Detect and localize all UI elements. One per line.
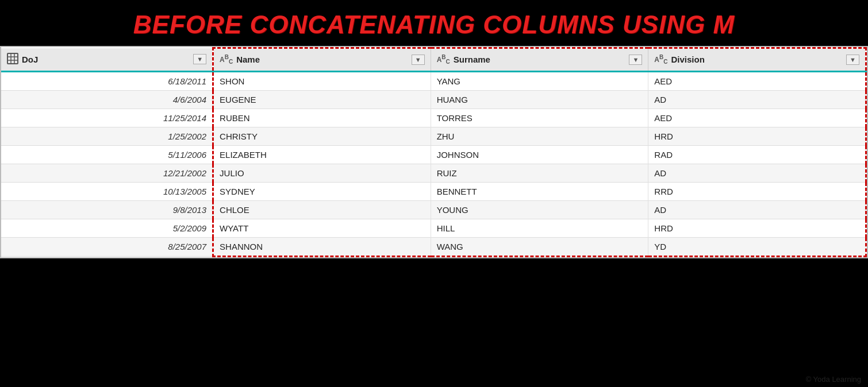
cell-name: CHRISTY [213, 127, 431, 145]
table-wrapper: DoJ ▼ ABC Name ▼ [0, 46, 868, 258]
col-doj-label: DoJ [22, 55, 38, 64]
cell-division: YD [648, 237, 866, 256]
table-row: 4/6/2004EUGENEHUANGAD [1, 90, 866, 109]
table-row: 8/25/2007SHANNONWANGYD [1, 237, 866, 256]
title: BEFORE CONCATENATING COLUMNS USING M [0, 0, 868, 46]
cell-doj: 11/25/2014 [1, 109, 213, 127]
cell-division: AD [648, 164, 866, 182]
cell-name: SHON [213, 71, 431, 90]
copyright: © Yoda Learning [806, 375, 861, 384]
table-row: 5/11/2006ELIZABETHJOHNSONRAD [1, 145, 866, 164]
cell-name: CHLOE [213, 200, 431, 219]
cell-surname: BENNETT [431, 182, 648, 200]
cell-surname: HUANG [431, 90, 648, 109]
cell-surname: TORRES [431, 109, 648, 127]
cell-name: SHANNON [213, 237, 431, 256]
cell-doj: 5/11/2006 [1, 145, 213, 164]
cell-division: RRD [648, 182, 866, 200]
cell-surname: YANG [431, 71, 648, 90]
col-name: ABC Name ▼ [213, 48, 431, 72]
table-row: 5/2/2009WYATTHILLHRD [1, 219, 866, 237]
cell-division: AD [648, 200, 866, 219]
table-row: 6/18/2011SHONYANGAED [1, 71, 866, 90]
col-division-dropdown[interactable]: ▼ [846, 55, 859, 65]
table-row: 9/8/2013CHLOEYOUNGAD [1, 200, 866, 219]
svg-rect-0 [7, 53, 18, 64]
cell-surname: WANG [431, 237, 648, 256]
abc-division-icon: ABC [654, 54, 667, 65]
abc-name-icon: ABC [220, 54, 233, 65]
table-grid-icon [7, 53, 18, 66]
table-row: 11/25/2014RUBENTORRESAED [1, 109, 866, 127]
col-doj: DoJ ▼ [1, 48, 213, 72]
cell-division: HRD [648, 219, 866, 237]
cell-name: SYDNEY [213, 182, 431, 200]
cell-doj: 4/6/2004 [1, 90, 213, 109]
col-doj-dropdown[interactable]: ▼ [193, 54, 206, 64]
table-row: 12/21/2002JULIORUIZAD [1, 164, 866, 182]
cell-doj: 6/18/2011 [1, 71, 213, 90]
cell-division: RAD [648, 145, 866, 164]
cell-name: WYATT [213, 219, 431, 237]
col-division-label: Division [671, 55, 704, 64]
table-row: 1/25/2002CHRISTYZHUHRD [1, 127, 866, 145]
cell-surname: HILL [431, 219, 648, 237]
data-table: DoJ ▼ ABC Name ▼ [1, 47, 867, 257]
cell-name: EUGENE [213, 90, 431, 109]
col-name-dropdown[interactable]: ▼ [412, 55, 425, 65]
col-name-label: Name [236, 55, 260, 64]
table-row: 10/13/2005SYDNEYBENNETTRRD [1, 182, 866, 200]
cell-doj: 9/8/2013 [1, 200, 213, 219]
cell-surname: RUIZ [431, 164, 648, 182]
cell-name: ELIZABETH [213, 145, 431, 164]
abc-surname-icon: ABC [437, 54, 450, 65]
col-surname: ABC Surname ▼ [431, 48, 648, 72]
cell-surname: JOHNSON [431, 145, 648, 164]
cell-doj: 1/25/2002 [1, 127, 213, 145]
cell-doj: 10/13/2005 [1, 182, 213, 200]
cell-surname: YOUNG [431, 200, 648, 219]
table-container: DoJ ▼ ABC Name ▼ [0, 46, 868, 387]
col-division: ABC Division ▼ [648, 48, 866, 72]
cell-doj: 5/2/2009 [1, 219, 213, 237]
cell-division: AED [648, 109, 866, 127]
cell-doj: 8/25/2007 [1, 237, 213, 256]
cell-name: RUBEN [213, 109, 431, 127]
col-surname-label: Surname [454, 55, 490, 64]
cell-name: JULIO [213, 164, 431, 182]
cell-surname: ZHU [431, 127, 648, 145]
cell-division: HRD [648, 127, 866, 145]
cell-division: AD [648, 90, 866, 109]
cell-doj: 12/21/2002 [1, 164, 213, 182]
cell-division: AED [648, 71, 866, 90]
col-surname-dropdown[interactable]: ▼ [629, 55, 642, 65]
